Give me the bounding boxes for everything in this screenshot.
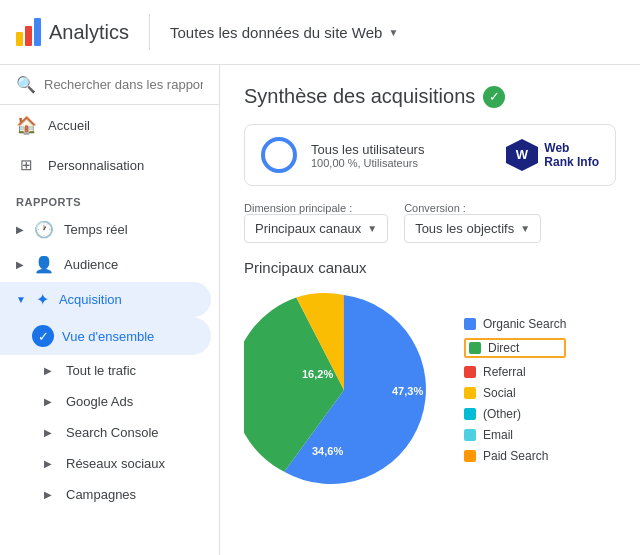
audience-expand: ▶ [16, 259, 24, 270]
legend-label-email: Email [483, 428, 513, 442]
sidebar-item-google-ads[interactable]: ▶ Google Ads [0, 386, 219, 417]
legend-label-social: Social [483, 386, 516, 400]
legend-dot-referral [464, 366, 476, 378]
sidebar-item-temps-reel[interactable]: ▶ 🕐 Temps réel [0, 212, 219, 247]
campagnes-expand: ▶ [44, 489, 52, 500]
sidebar-item-audience[interactable]: ▶ 👤 Audience [0, 247, 219, 282]
legend-label-other: (Other) [483, 407, 521, 421]
page-title-row: Synthèse des acquisitions ✓ [244, 85, 616, 108]
chart-area: 47,3% 34,6% 16,2% Organic Search Direct … [244, 290, 616, 490]
filter-dimension-group: Dimension principale : Principaux canaux… [244, 202, 388, 243]
sidebar-item-campagnes[interactable]: ▶ Campagnes [0, 479, 219, 510]
sidebar-item-accueil[interactable]: 🏠 Accueil [0, 105, 211, 146]
legend-item-referral: Referral [464, 365, 566, 379]
users-sub: 100,00 %, Utilisateurs [311, 157, 424, 169]
filter-conversion-select[interactable]: Tous les objectifs ▼ [404, 214, 541, 243]
logo: Analytics [16, 18, 129, 46]
sidebar-item-audience-label: Audience [64, 257, 118, 272]
legend-item-other: (Other) [464, 407, 566, 421]
users-circle-icon [261, 137, 297, 173]
pie-label-organic: 47,3% [392, 385, 423, 397]
reports-section-label: RAPPORTS [0, 184, 219, 212]
web-rank-line1: Web [544, 141, 599, 155]
logo-bars [16, 18, 41, 46]
sidebar-item-accueil-label: Accueil [48, 118, 90, 133]
users-label: Tous les utilisateurs [311, 142, 424, 157]
web-rank-icon: W [504, 137, 540, 173]
filter-dimension-value: Principaux canaux [255, 221, 361, 236]
personnalisation-icon: ⊞ [16, 156, 36, 174]
sidebar-item-acquisition[interactable]: ▼ ✦ Acquisition [0, 282, 211, 317]
tout-trafic-expand: ▶ [44, 365, 52, 376]
body: 🔍 🏠 Accueil ⊞ Personnalisation RAPPORTS … [0, 65, 640, 555]
sidebar: 🔍 🏠 Accueil ⊞ Personnalisation RAPPORTS … [0, 65, 220, 555]
sidebar-item-acquisition-label: Acquisition [59, 292, 122, 307]
logo-bar-2 [25, 26, 32, 46]
sidebar-item-google-ads-label: Google Ads [66, 394, 133, 409]
site-selector-arrow: ▼ [388, 27, 398, 38]
app-title: Analytics [49, 21, 129, 44]
legend-label-organic-search: Organic Search [483, 317, 566, 331]
legend-dot-direct [469, 342, 481, 354]
google-ads-expand: ▶ [44, 396, 52, 407]
filter-conversion-value: Tous les objectifs [415, 221, 514, 236]
home-icon: 🏠 [16, 115, 36, 136]
header: Analytics Toutes les données du site Web… [0, 0, 640, 65]
verified-icon: ✓ [483, 86, 505, 108]
legend-item-organic-search: Organic Search [464, 317, 566, 331]
sidebar-item-personnalisation[interactable]: ⊞ Personnalisation [0, 146, 211, 184]
sidebar-item-reseaux-sociaux-label: Réseaux sociaux [66, 456, 165, 471]
filter-conversion-arrow: ▼ [520, 223, 530, 234]
web-rank-text: Web Rank Info [544, 141, 599, 170]
reseaux-expand: ▶ [44, 458, 52, 469]
search-row: 🔍 [0, 65, 219, 105]
chart-title: Principaux canaux [244, 259, 616, 276]
clock-icon: 🕐 [34, 220, 54, 239]
filter-dimension-label: Dimension principale : [244, 202, 388, 214]
legend-dot-social [464, 387, 476, 399]
site-selector[interactable]: Toutes les données du site Web ▼ [170, 24, 398, 41]
pie-label-direct: 34,6% [312, 445, 343, 457]
acquisition-icon: ✦ [36, 290, 49, 309]
legend-dot-other [464, 408, 476, 420]
header-divider [149, 14, 150, 50]
legend-dot-organic-search [464, 318, 476, 330]
users-bar: Tous les utilisateurs 100,00 %, Utilisat… [244, 124, 616, 186]
sidebar-item-vue-ensemble-label: Vue d'ensemble [62, 329, 154, 344]
sidebar-item-tout-trafic-label: Tout le trafic [66, 363, 136, 378]
legend-label-paid-search: Paid Search [483, 449, 548, 463]
sidebar-item-vue-ensemble[interactable]: ✓ Vue d'ensemble [0, 317, 211, 355]
svg-text:W: W [516, 147, 529, 162]
legend-dot-paid-search [464, 450, 476, 462]
chart-legend: Organic Search Direct Referral Social (O… [464, 317, 566, 463]
sidebar-item-tout-trafic[interactable]: ▶ Tout le trafic [0, 355, 219, 386]
legend-dot-email [464, 429, 476, 441]
legend-item-email: Email [464, 428, 566, 442]
filter-conversion-label: Conversion : [404, 202, 541, 214]
legend-label-direct: Direct [488, 341, 519, 355]
search-input[interactable] [44, 77, 203, 92]
page-title: Synthèse des acquisitions [244, 85, 475, 108]
sidebar-item-personnalisation-label: Personnalisation [48, 158, 144, 173]
legend-item-social: Social [464, 386, 566, 400]
filter-dimension-select[interactable]: Principaux canaux ▼ [244, 214, 388, 243]
pie-label-social: 16,2% [302, 368, 333, 380]
logo-bar-1 [16, 32, 23, 46]
sidebar-item-temps-reel-label: Temps réel [64, 222, 128, 237]
acquisition-expand: ▼ [16, 294, 26, 305]
sidebar-item-reseaux-sociaux[interactable]: ▶ Réseaux sociaux [0, 448, 219, 479]
sidebar-item-search-console[interactable]: ▶ Search Console [0, 417, 219, 448]
filters-row: Dimension principale : Principaux canaux… [244, 202, 616, 243]
web-rank-logo: W Web Rank Info [504, 137, 599, 173]
web-rank-line2: Rank Info [544, 155, 599, 169]
person-icon: 👤 [34, 255, 54, 274]
legend-label-referral: Referral [483, 365, 526, 379]
main-content: Synthèse des acquisitions ✓ Tous les uti… [220, 65, 640, 555]
site-selector-label: Toutes les données du site Web [170, 24, 382, 41]
legend-item-paid-search: Paid Search [464, 449, 566, 463]
pie-chart-svg: 47,3% 34,6% 16,2% [244, 290, 444, 490]
filter-conversion-group: Conversion : Tous les objectifs ▼ [404, 202, 541, 243]
sidebar-item-search-console-label: Search Console [66, 425, 159, 440]
legend-item-direct: Direct [464, 338, 566, 358]
vue-ensemble-check-icon: ✓ [32, 325, 54, 347]
